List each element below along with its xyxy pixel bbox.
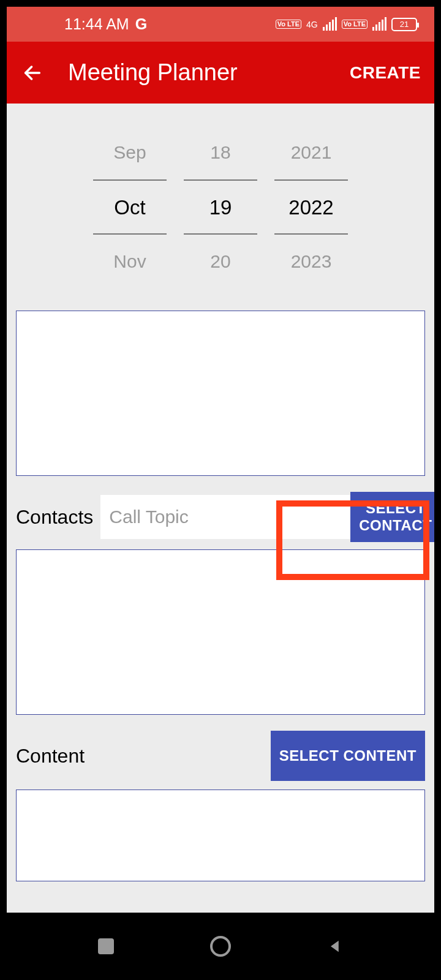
month-selected[interactable]: Oct	[93, 179, 167, 235]
g-indicator-icon: G	[135, 15, 147, 33]
volte-icon-1: Vo LTE	[276, 20, 301, 29]
main-content: Sep Oct Nov 18 19 20 2021 2022 2023 Cont…	[7, 104, 434, 913]
status-bar: 11:44 AM G Vo LTE 4G Vo LTE 21	[7, 7, 434, 42]
meeting-notes-textarea[interactable]	[16, 311, 425, 476]
select-contact-button[interactable]: SELECT CONTACT	[350, 492, 434, 542]
year-next[interactable]: 2023	[274, 243, 348, 280]
select-content-button[interactable]: SELECT CONTENT	[271, 731, 425, 781]
day-next[interactable]: 20	[184, 243, 257, 280]
volte-icon-2: Vo LTE	[342, 20, 368, 29]
back-arrow-icon[interactable]	[20, 61, 45, 85]
month-picker-column[interactable]: Sep Oct Nov	[93, 134, 167, 280]
device-frame: 11:44 AM G Vo LTE 4G Vo LTE 21 Meeting P…	[0, 0, 441, 980]
status-time: 11:44 AM	[64, 15, 129, 33]
battery-level: 21	[400, 20, 409, 29]
date-picker[interactable]: Sep Oct Nov 18 19 20 2021 2022 2023	[7, 105, 434, 311]
bezel-left	[0, 0, 7, 980]
bezel-top	[0, 0, 441, 7]
battery-icon: 21	[391, 18, 417, 31]
bezel-right	[434, 0, 441, 980]
app-bar: Meeting Planner CREATE	[7, 42, 434, 104]
system-nav-bar	[0, 913, 441, 980]
month-prev[interactable]: Sep	[93, 134, 167, 171]
day-prev[interactable]: 18	[184, 134, 257, 171]
page-title: Meeting Planner	[68, 59, 238, 86]
signal-icon-1	[323, 18, 337, 31]
contacts-row: Contacts SELECT CONTACT	[16, 492, 425, 542]
content-row: Content SELECT CONTENT	[16, 731, 425, 781]
day-picker-column[interactable]: 18 19 20	[184, 134, 257, 280]
content-list-box[interactable]	[16, 790, 425, 881]
back-button[interactable]	[323, 934, 347, 959]
status-right: Vo LTE 4G Vo LTE 21	[276, 18, 417, 31]
year-prev[interactable]: 2021	[274, 134, 348, 171]
network-type-label: 4G	[306, 20, 318, 29]
signal-icon-2	[372, 18, 386, 31]
year-selected[interactable]: 2022	[274, 179, 348, 235]
month-next[interactable]: Nov	[93, 243, 167, 280]
recent-apps-button[interactable]	[94, 934, 118, 959]
home-button[interactable]	[208, 934, 233, 959]
create-button[interactable]: CREATE	[350, 63, 421, 83]
contacts-list-box[interactable]	[16, 549, 425, 715]
status-left: 11:44 AM G	[21, 15, 147, 33]
contacts-label: Contacts	[16, 506, 93, 529]
svg-marker-1	[331, 941, 339, 952]
year-picker-column[interactable]: 2021 2022 2023	[274, 134, 348, 280]
call-topic-input[interactable]	[100, 495, 350, 539]
day-selected[interactable]: 19	[184, 179, 257, 235]
content-label: Content	[16, 745, 85, 767]
